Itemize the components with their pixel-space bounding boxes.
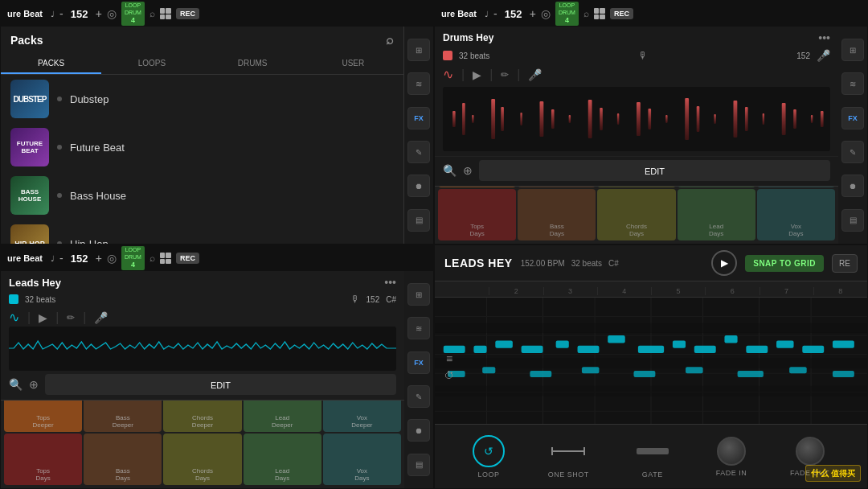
svg-rect-15 [685, 98, 689, 140]
bpm-value-q2: 152 [502, 8, 525, 20]
bpm-plus-q1[interactable]: + [96, 7, 102, 20]
tab-drums[interactable]: DRUMS [203, 54, 303, 74]
eq-btn-q1[interactable]: ≋ [407, 72, 430, 95]
bpm-minus-q3[interactable]: - [59, 252, 63, 265]
mixer-btn-q2[interactable]: ⊞ [841, 39, 864, 61]
search-icon-q2[interactable]: ⌕ [583, 8, 589, 19]
drum-grid-icon-q1[interactable] [160, 8, 171, 19]
folder-btn-q1[interactable]: ▤ [407, 209, 430, 232]
fx-btn-q2[interactable]: FX [841, 107, 864, 129]
leads-bpm: 152 [366, 295, 380, 304]
zoom-icon-drums[interactable]: 🔍 [443, 164, 457, 177]
pack-item-bass-house[interactable]: BASSHOUSE Bass House [1, 171, 403, 220]
pencil-icon-leads[interactable]: ✏ [67, 312, 75, 323]
loop-btn[interactable]: ↺ [473, 435, 505, 467]
gate-label: GATE [642, 471, 663, 479]
play-icon-leads[interactable]: ▶ [39, 311, 47, 324]
pack-item-dubstep[interactable]: DUBSTEP Dubstep [1, 75, 403, 123]
packs-search-icon[interactable]: ⌕ [386, 33, 394, 47]
svg-rect-12 [637, 102, 641, 136]
svg-rect-52 [746, 346, 768, 353]
piano-roll-content[interactable] [435, 298, 867, 424]
record-btn-q3[interactable]: ⏺ [407, 419, 430, 442]
fade-in-label: FADE IN [716, 469, 747, 477]
drums-more-icon[interactable]: ••• [818, 31, 830, 44]
play-icon-drums[interactable]: ▶ [473, 68, 481, 81]
svg-rect-8 [569, 115, 571, 123]
rec-btn-q3[interactable]: REC [176, 253, 199, 264]
fx-btn-q1[interactable]: FX [407, 107, 430, 129]
one-shot-visual[interactable] [548, 435, 588, 467]
fade-in-knob[interactable] [717, 437, 746, 466]
ruler-mark-6: 6 [705, 287, 759, 295]
leads-beats: 32 beats [25, 295, 55, 304]
bpm-plus-q2[interactable]: + [530, 7, 536, 20]
one-shot-icon [548, 443, 588, 459]
edit-btn-q1[interactable]: ✎ [407, 141, 430, 163]
tab-user[interactable]: USER [303, 54, 403, 74]
snap-to-grid-btn[interactable]: SNAP TO GRID [745, 255, 824, 272]
pack-item-future-beat[interactable]: FUTUREBEAT Future Beat [1, 123, 403, 171]
mixer-btn-q1[interactable]: ⊞ [407, 39, 430, 61]
quadrant-bottom-left: ure Beat ♩ - 152 + ◎ LOOP DRUM 4 ⌕ REC T… [0, 244, 434, 489]
eq-btn-q2[interactable]: ≋ [841, 72, 864, 95]
svg-rect-60 [633, 371, 655, 377]
svg-rect-0 [452, 111, 456, 127]
divider2-leads: | [55, 310, 59, 325]
pack-item-hip-hop[interactable]: HIP-HOP Hip-Hop [1, 220, 403, 244]
left-controls: ≡ ⏱ [435, 245, 464, 488]
gate-visual[interactable] [633, 435, 673, 467]
re-btn[interactable]: RE [832, 254, 858, 273]
search-icon-q3[interactable]: ⌕ [149, 253, 155, 264]
edit-button-leads[interactable]: EDIT [45, 374, 396, 395]
pack-dot-bass-house [57, 193, 62, 198]
folder-btn-q3[interactable]: ▤ [407, 454, 430, 476]
folder-btn-q2[interactable]: ▤ [841, 209, 864, 232]
pack-name-bass-house: Bass House [70, 190, 126, 202]
search-icon-q1[interactable]: ⌕ [149, 8, 155, 19]
record-btn-q1[interactable]: ⏺ [407, 175, 430, 197]
search-wave-icon-drums[interactable]: ⊕ [463, 164, 473, 177]
side-panel-q1: ⊞ ≋ FX ✎ ⏺ ▤ [404, 27, 433, 244]
pencil-icon-drums[interactable]: ✏ [501, 69, 509, 80]
loop-badge-q1: LOOP DRUM 4 [121, 2, 145, 26]
fx-btn-q3[interactable]: FX [407, 351, 430, 374]
bpm-minus-q1[interactable]: - [59, 7, 63, 20]
loop-badge-q2: LOOP DRUM 4 [555, 2, 579, 26]
eq-btn-q3[interactable]: ≋ [407, 317, 430, 339]
fade-out-knob[interactable] [796, 437, 825, 466]
edit-btn-q2[interactable]: ✎ [841, 141, 864, 163]
search-wave-icon-leads[interactable]: ⊕ [29, 378, 39, 391]
drum-grid-icon-q3[interactable] [160, 253, 171, 264]
leads-title: Leads Hey [9, 277, 378, 289]
packs-overlay: Packs ⌕ PACKS LOOPS DRUMS USER DUBSTEP D… [1, 27, 404, 244]
play-btn-leads-hey[interactable]: ▶ [711, 250, 737, 276]
timer-icon-pb[interactable]: ⏱ [444, 370, 454, 381]
bpm-plus-q3[interactable]: + [96, 252, 102, 265]
tab-loops[interactable]: LOOPS [101, 54, 202, 74]
bpm-minus-q2[interactable]: - [493, 7, 497, 20]
drum-grid-icon-q2[interactable] [594, 8, 605, 19]
mic3-icon-drums[interactable]: 🎤 [528, 68, 542, 81]
leads-more-icon[interactable]: ••• [384, 276, 396, 289]
dial-icon-q1: ◎ [107, 7, 117, 20]
settings-icon-pb[interactable]: ≡ [446, 352, 452, 365]
leads-header: Leads Hey ••• [1, 271, 404, 294]
pack-thumb-bass-house: BASSHOUSE [10, 176, 49, 215]
edit-button-drums[interactable]: EDIT [479, 160, 830, 181]
wave-icon-drums[interactable]: ∿ [443, 67, 453, 82]
divider-drums: | [461, 68, 465, 82]
svg-rect-42 [473, 346, 486, 353]
ruler-mark-2: 2 [489, 287, 542, 295]
rec-btn-q2[interactable]: REC [610, 8, 633, 19]
wave-icon-leads[interactable]: ∿ [9, 310, 19, 325]
edit-btn-q3[interactable]: ✎ [407, 385, 430, 408]
zoom-icon-leads[interactable]: 🔍 [9, 378, 23, 391]
record-btn-q2[interactable]: ⏺ [841, 175, 864, 197]
drums-waveform-svg [443, 87, 830, 151]
mic3-icon-leads[interactable]: 🎤 [94, 311, 108, 324]
drums-meta: 32 beats 🎙 152 🎤 [435, 49, 838, 65]
rec-btn-q1[interactable]: REC [176, 8, 199, 19]
mixer-btn-q3[interactable]: ⊞ [407, 283, 430, 306]
tab-packs[interactable]: PACKS [1, 54, 101, 74]
